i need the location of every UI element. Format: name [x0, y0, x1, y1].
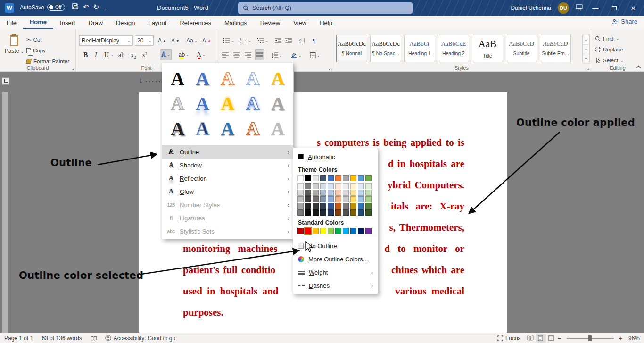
theme-variant-2-2[interactable] — [313, 196, 319, 202]
theme-variant-3-6[interactable] — [343, 203, 349, 209]
web-layout-button[interactable] — [546, 334, 556, 343]
styles-scroll-down-button[interactable]: ▼ — [583, 45, 589, 54]
effect-preset-fill-blue-shadow[interactable]: A — [190, 66, 215, 91]
text-effects-button[interactable]: A⌄ — [160, 49, 172, 60]
effects-menu-item-reflection[interactable]: AReflection› — [162, 172, 293, 185]
proofing-status[interactable] — [86, 335, 101, 341]
word-count[interactable]: 63 of 136 words — [37, 335, 86, 342]
no-outline-item[interactable]: No Outline — [293, 239, 378, 252]
chevron-down-icon[interactable]: ⌄ — [111, 53, 114, 57]
theme-variant-4-0[interactable] — [297, 209, 304, 216]
theme-variant-0-3[interactable] — [320, 183, 326, 189]
tab-home[interactable]: Home — [23, 16, 53, 29]
theme-color-7[interactable] — [350, 175, 356, 181]
font-size-combo[interactable]: 20⌄ — [135, 35, 154, 46]
read-mode-button[interactable] — [525, 334, 536, 343]
standard-color-2[interactable] — [313, 228, 319, 234]
theme-variant-1-2[interactable] — [313, 190, 319, 196]
standard-color-1[interactable] — [305, 228, 311, 234]
tab-references[interactable]: References — [173, 16, 217, 29]
theme-variant-4-3[interactable] — [320, 209, 326, 216]
clipboard-dialog-launcher[interactable]: ⌟ — [72, 66, 74, 70]
tab-draw[interactable]: Draw — [82, 16, 109, 29]
superscript-button[interactable]: x² — [141, 50, 148, 61]
style-subtitle[interactable]: AaBbCcDSubtitle — [506, 35, 537, 62]
effect-preset-outline-light-blue[interactable]: A — [240, 66, 265, 91]
theme-variant-3-4[interactable] — [328, 203, 334, 209]
effect-preset-fill-gray-shadow[interactable]: A — [265, 91, 290, 116]
tab-insert[interactable]: Insert — [53, 16, 82, 29]
theme-color-4[interactable] — [328, 175, 334, 181]
theme-color-9[interactable] — [365, 175, 372, 181]
style-heading-1[interactable]: AaBbC(Heading 1 — [404, 35, 435, 62]
standard-color-9[interactable] — [365, 228, 372, 234]
theme-variant-3-7[interactable] — [350, 203, 356, 209]
standard-color-5[interactable] — [335, 228, 341, 234]
theme-variant-1-7[interactable] — [350, 190, 356, 196]
theme-variant-4-4[interactable] — [328, 209, 334, 216]
zoom-slider[interactable] — [567, 338, 614, 339]
user-name[interactable]: Daniel Uchenna — [511, 5, 551, 11]
numbering-button[interactable]: 12⌄ — [239, 35, 252, 46]
align-center-button[interactable] — [232, 50, 241, 61]
effect-preset-gold-glow[interactable]: A — [215, 91, 240, 116]
styles-more-button[interactable]: ▼ — [583, 54, 589, 64]
borders-button[interactable]: ⌄ — [309, 50, 321, 61]
theme-variant-2-7[interactable] — [350, 196, 356, 202]
theme-variant-0-9[interactable] — [365, 183, 372, 189]
zoom-out-button[interactable]: − — [556, 335, 563, 342]
bullets-button[interactable]: ⌄ — [222, 35, 235, 46]
theme-variant-0-1[interactable] — [305, 183, 311, 189]
tab-design[interactable]: Design — [109, 16, 141, 29]
grow-font-button[interactable]: A▲ — [157, 35, 167, 46]
effect-preset-fill-black[interactable]: A — [165, 66, 190, 91]
theme-color-8[interactable] — [358, 175, 364, 181]
effect-preset-outline-orange[interactable]: A — [215, 66, 240, 91]
avatar[interactable]: DU — [558, 2, 569, 14]
sort-button[interactable]: AZ — [298, 35, 307, 46]
theme-variant-1-1[interactable] — [305, 190, 311, 196]
effect-preset-fill-silver[interactable]: A — [165, 91, 190, 116]
standard-color-8[interactable] — [358, 228, 364, 234]
theme-variant-2-3[interactable] — [320, 196, 326, 202]
theme-variant-2-9[interactable] — [365, 196, 372, 202]
effect-preset-orange-outline-heavy[interactable]: A — [240, 116, 265, 141]
zoom-thumb[interactable] — [588, 335, 592, 341]
theme-color-2[interactable] — [313, 175, 319, 181]
theme-variant-1-3[interactable] — [320, 190, 326, 196]
theme-variant-2-8[interactable] — [358, 196, 364, 202]
subscript-button[interactable]: x₂ — [130, 50, 137, 61]
theme-variant-1-4[interactable] — [328, 190, 334, 196]
tab-review[interactable]: Review — [254, 16, 287, 29]
theme-variant-1-9[interactable] — [365, 190, 372, 196]
shading-button[interactable]: ⌄ — [290, 50, 303, 61]
effect-preset-dark-blue-outline[interactable]: A — [190, 116, 215, 141]
increase-indent-button[interactable] — [284, 35, 293, 46]
effect-preset-fill-gold[interactable]: A — [265, 66, 290, 91]
decrease-indent-button[interactable] — [274, 35, 282, 46]
theme-variant-0-2[interactable] — [313, 183, 319, 189]
copy-button[interactable]: Copy — [26, 46, 46, 55]
weight-item[interactable]: Weight› — [293, 266, 378, 279]
theme-variant-3-2[interactable] — [313, 203, 319, 209]
effects-menu-item-ligatures[interactable]: fiLigatures› — [162, 211, 293, 225]
theme-variant-0-0[interactable] — [297, 183, 304, 189]
theme-variant-2-5[interactable] — [335, 196, 341, 202]
focus-button[interactable]: Focus — [493, 335, 525, 342]
standard-color-7[interactable] — [350, 228, 356, 234]
word-logo-icon[interactable]: W — [5, 3, 14, 13]
maximize-button[interactable] — [608, 5, 620, 12]
italic-button[interactable]: I — [94, 50, 98, 61]
justify-button[interactable] — [255, 49, 264, 60]
theme-color-3[interactable] — [320, 175, 326, 181]
autosave-toggle[interactable]: AutoSave Off — [20, 4, 65, 11]
bold-button[interactable]: B — [83, 50, 89, 61]
theme-variant-4-8[interactable] — [358, 209, 364, 216]
theme-variant-0-6[interactable] — [343, 183, 349, 189]
tab-layout[interactable]: Layout — [141, 16, 173, 29]
styles-dialog-launcher[interactable]: ⌟ — [587, 66, 589, 70]
style-subtle-em[interactable]: AaBbCcDSubtle Em... — [540, 35, 571, 62]
standard-color-6[interactable] — [343, 228, 349, 234]
effect-preset-outline-blue-glow[interactable]: A — [240, 91, 265, 116]
close-button[interactable]: ✕ — [627, 5, 639, 12]
